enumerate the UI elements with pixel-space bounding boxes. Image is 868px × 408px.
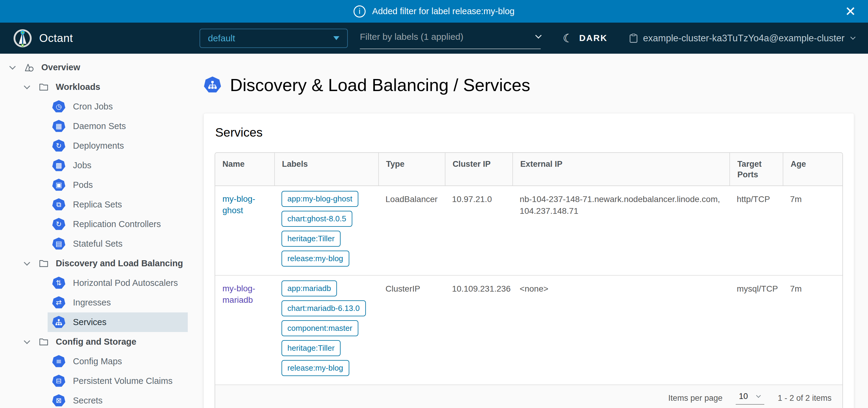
- sidebar-item-cron-jobs[interactable]: ◷ Cron Jobs: [48, 97, 188, 116]
- sidebar-item-deployments[interactable]: ↻ Deployments: [48, 136, 188, 155]
- sidebar-item-label: Jobs: [73, 161, 91, 170]
- sidebar-nav: Overview Workloads ◷ Cron Jobs ▦ Daemon …: [0, 54, 188, 408]
- column-header-target-ports: Target Ports: [730, 153, 783, 185]
- cell-age: 7m: [783, 186, 842, 275]
- sidebar-item-horizontal-pod-autoscalers[interactable]: ⇅ Horizontal Pod Autoscalers: [48, 273, 188, 293]
- cluster-name: example-cluster-ka3TuTzYo4a@example-clus…: [643, 33, 844, 44]
- sidebar-item-secrets[interactable]: ⊠ Secrets: [48, 391, 188, 408]
- main-content: Discovery & Load Balancing / Services Se…: [188, 54, 868, 408]
- label-pill[interactable]: app:mariadb: [281, 281, 337, 296]
- sidebar-group-workloads[interactable]: Workloads: [0, 77, 188, 97]
- sidebar-item-persistent-volume-claims[interactable]: ⊟ Persistent Volume Claims: [48, 371, 188, 391]
- sidebar-item-label: Persistent Volume Claims: [73, 376, 173, 386]
- sidebar-item-label: Pods: [73, 180, 93, 190]
- cell-type: LoadBalancer: [378, 186, 445, 275]
- cell-labels: app:my-blog-ghost chart:ghost-8.0.5 heri…: [274, 186, 378, 275]
- moon-icon: ☾: [563, 33, 574, 44]
- page-size-select[interactable]: 10: [736, 392, 764, 405]
- label-filter-dropdown[interactable]: Filter by labels (1 applied): [360, 27, 541, 49]
- cell-name: my-blog-mariadb: [215, 275, 274, 384]
- cell-target-ports: mysql/TCP: [730, 275, 783, 384]
- app-title: Octant: [39, 32, 73, 45]
- page-title: Discovery & Load Balancing / Services: [230, 75, 530, 95]
- sidebar-group-discovery-and-load-balancing[interactable]: Discovery and Load Balancing: [0, 254, 188, 273]
- cell-name: my-blog-ghost: [215, 186, 274, 275]
- sidebar-item-label: Ingresses: [73, 298, 111, 308]
- card-title: Services: [215, 125, 843, 140]
- chevron-down-icon[interactable]: [24, 338, 30, 344]
- column-header-labels: Labels: [274, 153, 378, 185]
- label-pill[interactable]: app:my-blog-ghost: [281, 191, 358, 207]
- theme-toggle-button[interactable]: ☾ DARK: [563, 33, 607, 44]
- chevron-down-icon: [535, 32, 541, 38]
- cell-cluster-ip: 10.109.231.236: [445, 275, 513, 384]
- page-title-row: Discovery & Load Balancing / Services: [204, 75, 854, 95]
- sidebar-item-label: Services: [73, 317, 106, 327]
- namespace-select[interactable]: default: [199, 29, 348, 48]
- pvc-icon: ⊟: [52, 375, 66, 388]
- sidebar-item-services[interactable]: Services: [48, 313, 188, 332]
- app-header: Octant default Filter by labels (1 appli…: [0, 23, 868, 54]
- alert-content: i Added filter for label release:my-blog: [353, 5, 515, 18]
- sidebar-group-config-and-storage[interactable]: Config and Storage: [0, 332, 188, 352]
- sidebar-item-label: Cron Jobs: [73, 101, 113, 112]
- sidebar-item-label: Config Maps: [73, 356, 122, 367]
- sidebar-item-daemon-sets[interactable]: ▦ Daemon Sets: [48, 116, 188, 136]
- caret-down-icon: [333, 36, 339, 40]
- column-header-cluster-ip: Cluster IP: [445, 153, 513, 185]
- column-header-type: Type: [378, 153, 445, 185]
- replicaset-icon: ⧉: [52, 198, 66, 211]
- sidebar-item-label: Stateful Sets: [73, 239, 122, 249]
- table-row: my-blog-ghost app:my-blog-ghost chart:gh…: [215, 186, 842, 275]
- chevron-down-icon[interactable]: [24, 259, 30, 265]
- label-pill[interactable]: chart:ghost-8.0.5: [281, 211, 352, 227]
- sidebar-item-label: Deployments: [73, 141, 124, 151]
- chevron-down-icon[interactable]: [9, 63, 16, 69]
- cell-target-ports: http/TCP: [730, 186, 783, 275]
- cell-labels: app:mariadb chart:mariadb-6.13.0 compone…: [274, 275, 378, 384]
- table-row: my-blog-mariadb app:mariadb chart:mariad…: [215, 275, 842, 385]
- namespace-value: default: [208, 33, 235, 43]
- sidebar-item-overview[interactable]: Overview: [0, 58, 188, 77]
- cell-external-ip: <none>: [513, 275, 730, 384]
- cell-age: 7m: [783, 275, 842, 384]
- sidebar-item-stateful-sets[interactable]: ▤ Stateful Sets: [48, 234, 188, 254]
- label-pill[interactable]: release:my-blog: [281, 360, 349, 376]
- sidebar-item-pods[interactable]: ▣ Pods: [48, 175, 188, 195]
- hpa-icon: ⇅: [52, 276, 66, 290]
- folder-icon: [39, 338, 49, 346]
- cell-external-ip: nb-104-237-148-71.newark.nodebalancer.li…: [513, 186, 730, 275]
- label-pill[interactable]: component:master: [281, 320, 358, 336]
- cell-cluster-ip: 10.97.21.0: [445, 186, 513, 275]
- chevron-down-icon[interactable]: [24, 83, 30, 89]
- column-header-name: Name: [215, 153, 274, 185]
- sidebar-item-ingresses[interactable]: ⇄ Ingresses: [48, 293, 188, 313]
- sidebar-item-label: Overview: [41, 62, 80, 72]
- label-pill[interactable]: chart:mariadb-6.13.0: [281, 300, 366, 316]
- sidebar-group-label: Workloads: [56, 82, 100, 92]
- table-pagination: Items per page 10 1 - 2 of 2 items: [215, 385, 842, 408]
- replication-controller-icon: ↻: [52, 218, 66, 231]
- sidebar-item-replica-sets[interactable]: ⧉ Replica Sets: [48, 195, 188, 214]
- sidebar-item-jobs[interactable]: ▩ Jobs: [48, 155, 188, 175]
- service-link[interactable]: my-blog-ghost: [222, 193, 268, 216]
- services-card: Services Name Labels Type Cluster IP Ext…: [204, 113, 854, 408]
- folder-icon: [39, 259, 49, 267]
- banner-close-button[interactable]: ✕: [845, 5, 856, 18]
- column-header-external-ip: External IP: [513, 153, 730, 185]
- sidebar-item-label: Horizontal Pod Autoscalers: [73, 278, 178, 288]
- label-pill[interactable]: heritage:Tiller: [281, 340, 341, 356]
- sidebar-item-label: Replica Sets: [73, 200, 122, 210]
- deployment-icon: ↻: [52, 139, 66, 153]
- label-pill[interactable]: release:my-blog: [281, 251, 349, 267]
- items-per-page-label: Items per page: [668, 394, 722, 403]
- secret-icon: ⊠: [52, 394, 66, 407]
- service-link[interactable]: my-blog-mariadb: [222, 283, 268, 306]
- overview-icon: [24, 63, 34, 72]
- label-pill[interactable]: heritage:Tiller: [281, 231, 341, 247]
- cluster-selector[interactable]: example-cluster-ka3TuTzYo4a@example-clus…: [629, 33, 855, 44]
- chevron-down-icon: [756, 393, 761, 398]
- sidebar-item-config-maps[interactable]: ≡ Config Maps: [48, 352, 188, 371]
- sidebar-item-replication-controllers[interactable]: ↻ Replication Controllers: [48, 214, 188, 234]
- column-header-age: Age: [783, 153, 842, 185]
